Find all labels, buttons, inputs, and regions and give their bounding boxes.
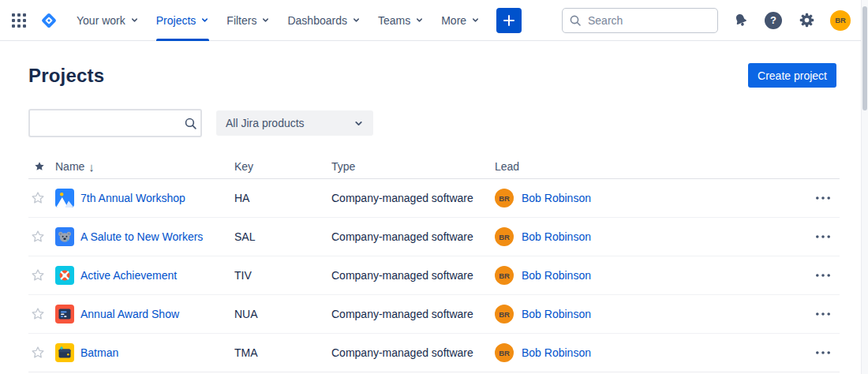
lead-name-link[interactable]: Bob Robinson (522, 308, 591, 320)
favorite-star-button[interactable] (30, 345, 46, 361)
project-filter-search-box[interactable] (28, 109, 202, 137)
nav-item-label: Filters (226, 14, 256, 27)
nav-item-dashboards[interactable]: Dashboards (279, 0, 369, 41)
nav-item-label: Projects (156, 14, 196, 27)
settings-button[interactable] (796, 8, 817, 33)
table-row: Batman TMA Company-managed software BR B… (28, 334, 840, 372)
nav-item-filters[interactable]: Filters (218, 0, 279, 41)
project-type: Company-managed software (331, 230, 495, 243)
create-project-button[interactable]: Create project (748, 63, 836, 88)
favorite-star-button[interactable] (30, 229, 46, 245)
lead-avatar: BR (495, 266, 514, 285)
lead-avatar: BR (495, 305, 514, 324)
row-actions-button[interactable] (813, 348, 833, 357)
lead-name-link[interactable]: Bob Robinson (522, 230, 591, 243)
project-key: NUA (234, 308, 331, 320)
favorite-star-button[interactable] (30, 190, 46, 206)
nav-item-more[interactable]: More (432, 0, 488, 41)
project-type: Company-managed software (331, 346, 495, 359)
project-name-link[interactable]: A Salute to New Workers (80, 230, 203, 243)
nav-item-your-work[interactable]: Your work (68, 0, 148, 41)
bell-icon (730, 9, 753, 32)
table-row: 7th Annual Workshop HA Company-managed s… (28, 179, 840, 218)
column-header-name[interactable]: Name ↓ (55, 160, 234, 174)
lead-avatar-initials: BR (499, 233, 510, 241)
star-outline-icon (30, 229, 46, 245)
row-actions-button[interactable] (813, 309, 833, 319)
row-actions-button[interactable] (813, 232, 833, 241)
project-name-link[interactable]: Batman (80, 346, 118, 359)
star-outline-icon (30, 190, 46, 206)
column-header-lead[interactable]: Lead (495, 160, 811, 173)
help-button[interactable]: ? (764, 8, 783, 33)
user-avatar[interactable]: BR (830, 10, 851, 31)
chevron-down-icon (261, 16, 270, 24)
project-key: SAL (234, 230, 331, 243)
table-row: Annual Award Show NUA Company-managed so… (28, 295, 840, 334)
top-navigation-bar: Your work Projects Filters Dashboards Te… (0, 0, 868, 41)
scrollbar-thumb[interactable] (862, 6, 867, 110)
chevron-down-icon (200, 16, 209, 24)
project-avatar-lifebuoy-icon (55, 266, 74, 285)
star-column-header[interactable] (28, 160, 55, 173)
project-key: TIV (234, 269, 331, 282)
jira-logo-icon (39, 11, 58, 30)
create-quick-button[interactable] (496, 8, 522, 33)
project-avatar-mountains-sun-icon (55, 189, 74, 208)
page-title: Projects (28, 65, 104, 87)
lead-avatar: BR (495, 343, 514, 362)
project-name-link[interactable]: Active Achievement (80, 269, 177, 282)
column-header-label: Key (234, 160, 253, 173)
row-actions-button[interactable] (813, 271, 833, 280)
gear-icon (798, 11, 816, 29)
global-search-box[interactable] (562, 8, 718, 33)
project-avatar-koala-icon (55, 227, 74, 246)
meatball-menu-icon (816, 274, 830, 277)
column-header-type[interactable]: Type (331, 160, 495, 173)
project-filter-search-input[interactable] (38, 116, 184, 130)
jira-logo-button[interactable] (36, 8, 62, 33)
lead-name-link[interactable]: Bob Robinson (522, 346, 591, 359)
chevron-down-icon (415, 16, 424, 24)
meatball-menu-icon (816, 312, 830, 316)
lead-name-link[interactable]: Bob Robinson (522, 269, 591, 282)
global-search-input[interactable] (586, 13, 711, 28)
meatball-menu-icon (816, 196, 830, 200)
lead-avatar-initials: BR (499, 194, 510, 203)
app-switcher-button[interactable] (6, 8, 32, 33)
column-header-label: Type (331, 160, 355, 173)
product-filter-dropdown[interactable]: All Jira products (216, 110, 373, 136)
favorite-star-button[interactable] (30, 306, 46, 322)
meatball-menu-icon (816, 351, 830, 354)
project-avatar-wallet-icon (55, 343, 74, 362)
sort-descending-icon: ↓ (88, 160, 95, 174)
column-header-label: Lead (495, 160, 519, 173)
nav-item-teams[interactable]: Teams (369, 0, 432, 41)
projects-page: Projects Create project All Jira product… (0, 41, 868, 372)
lead-name-link[interactable]: Bob Robinson (522, 192, 591, 204)
page-header: Projects Create project (28, 41, 840, 88)
user-avatar-initials: BR (835, 16, 846, 24)
nav-item-label: Teams (378, 14, 410, 27)
nav-item-projects[interactable]: Projects (148, 0, 219, 41)
row-actions-button[interactable] (813, 193, 833, 203)
column-header-key[interactable]: Key (234, 160, 331, 173)
star-outline-icon (30, 345, 46, 361)
vertical-scrollbar[interactable] (861, 0, 868, 374)
meatball-menu-icon (816, 235, 830, 238)
project-name-link[interactable]: 7th Annual Workshop (80, 192, 185, 204)
project-name-link[interactable]: Annual Award Show (80, 308, 179, 320)
star-filled-icon (33, 160, 46, 173)
notifications-button[interactable] (731, 8, 750, 33)
table-row: Active Achievement TIV Company-managed s… (28, 256, 840, 295)
nav-right-cluster: ? BR (562, 8, 851, 33)
chevron-down-icon (471, 16, 480, 24)
table-header-row: Name ↓ Key Type Lead (28, 155, 840, 179)
project-type: Company-managed software (331, 308, 495, 320)
project-type: Company-managed software (331, 269, 495, 282)
help-question-icon: ? (765, 12, 782, 29)
project-avatar-list-panel-icon (55, 305, 74, 324)
plus-icon (503, 15, 514, 26)
favorite-star-button[interactable] (30, 267, 46, 283)
primary-nav: Your work Projects Filters Dashboards Te… (68, 0, 488, 41)
